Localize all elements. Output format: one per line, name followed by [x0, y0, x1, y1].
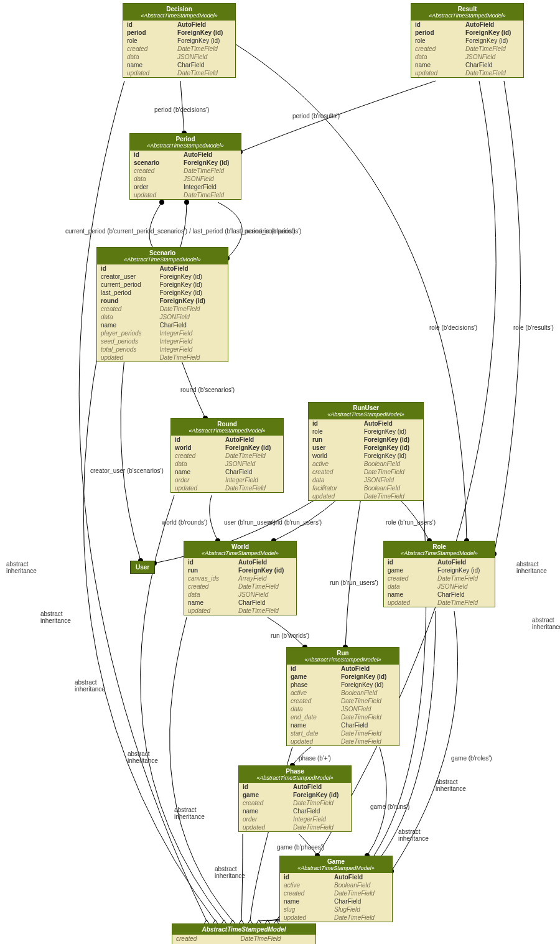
field-row: facilitatorBooleanField	[309, 484, 423, 492]
field-row: worldForeignKey (id)	[171, 444, 283, 452]
class-result: Result«AbstractTimeStampedModel»idAutoFi…	[411, 3, 524, 78]
field-name: role	[309, 428, 360, 436]
field-row: orderIntegerField	[171, 476, 283, 484]
field-row: idAutoField	[130, 151, 241, 159]
field-name: updated	[130, 191, 180, 199]
field-type: JSONField	[360, 476, 423, 484]
field-type: DateTimeField	[222, 484, 283, 492]
field-name: active	[280, 881, 330, 889]
field-row: updatedDateTimeField	[287, 737, 399, 745]
field-type: IntegerField	[156, 329, 228, 337]
field-type: JSONField	[235, 591, 296, 599]
field-name: created	[239, 799, 289, 807]
field-row: gameForeignKey (id)	[287, 673, 399, 681]
field-type: DateTimeField	[434, 574, 495, 582]
edge-label-abs: abstractinheritance	[516, 561, 547, 574]
class-stereotype: «AbstractTimeStampedModel»	[289, 657, 396, 663]
field-type: DateTimeField	[434, 599, 495, 607]
edge-label-abs: abstractinheritance	[436, 778, 466, 792]
field-row: dataJSONField	[384, 582, 495, 591]
field-name: end_date	[287, 713, 337, 721]
field-type: DateTimeField	[337, 713, 399, 721]
edge-label: role (b'run_users')	[386, 519, 436, 526]
class-title: AbstractTimeStampedModel	[172, 924, 315, 935]
svg-point-2	[159, 200, 164, 205]
field-row: nameCharField	[184, 599, 296, 607]
field-row: dataJSONField	[171, 460, 283, 468]
class-title: Phase	[241, 768, 348, 775]
field-type: JSONField	[337, 705, 399, 713]
field-type: DateTimeField	[360, 492, 423, 500]
field-row: runForeignKey (id)	[184, 566, 296, 574]
class-title: World	[187, 543, 294, 550]
field-type: ForeignKey (id)	[235, 566, 296, 574]
edge-label-abs: abstractinheritance	[6, 561, 37, 574]
field-name: data	[123, 53, 174, 61]
field-type: AutoField	[222, 436, 283, 444]
field-name: name	[97, 321, 156, 329]
field-name: period	[123, 29, 174, 37]
field-row: slugSlugField	[280, 905, 392, 914]
field-name: round	[97, 297, 156, 305]
field-row: updatedDateTimeField	[97, 353, 228, 362]
class-stereotype: «AbstractTimeStampedModel»	[187, 550, 294, 556]
class-game: Game«AbstractTimeStampedModel»idAutoFiel…	[279, 856, 393, 922]
class-title: Result	[414, 6, 521, 12]
field-row: idAutoField	[97, 264, 228, 273]
class-phase: Phase«AbstractTimeStampedModel»idAutoFie…	[238, 765, 352, 832]
field-row: player_periodsIntegerField	[97, 329, 228, 337]
field-name: created	[184, 582, 235, 591]
field-name: id	[239, 783, 289, 791]
field-name: created	[309, 468, 360, 476]
field-type: AutoField	[289, 783, 351, 791]
field-name: active	[309, 460, 360, 468]
field-type: JSONField	[434, 582, 495, 591]
field-name: created	[172, 935, 237, 943]
class-stereotype: «AbstractTimeStampedModel»	[126, 12, 233, 19]
field-row: phaseForeignKey (id)	[287, 681, 399, 689]
field-row: dataJSONField	[123, 53, 235, 61]
field-type: DateTimeField	[235, 582, 296, 591]
field-name: id	[309, 419, 360, 428]
field-row: createdDateTimeField	[239, 799, 351, 807]
field-type: IntegerField	[289, 815, 351, 823]
edge-label: period (b'decisions')	[154, 106, 209, 113]
field-type: IntegerField	[156, 337, 228, 345]
field-name: total_periods	[97, 345, 156, 353]
field-row: roleForeignKey (id)	[309, 428, 423, 436]
field-name: created	[287, 697, 337, 705]
field-row: nameCharField	[287, 721, 399, 729]
field-name: created	[130, 167, 180, 175]
field-name: id	[384, 558, 434, 566]
field-name: facilitator	[309, 484, 360, 492]
field-name: game	[287, 673, 337, 681]
class-stereotype: «AbstractTimeStampedModel»	[282, 865, 390, 871]
field-row: updatedDateTimeField	[123, 69, 235, 77]
field-row: nameCharField	[97, 321, 228, 329]
field-row: userForeignKey (id)	[309, 444, 423, 452]
field-type: AutoField	[337, 665, 399, 673]
field-name: player_periods	[97, 329, 156, 337]
field-row: nameCharField	[280, 897, 392, 905]
class-title: Game	[282, 858, 390, 865]
field-row: dataJSONField	[287, 705, 399, 713]
edge-label: game (b'roles')	[451, 755, 492, 762]
field-row: dataJSONField	[97, 313, 228, 321]
class-stereotype: «AbstractTimeStampedModel»	[311, 411, 421, 418]
field-name: creator_user	[97, 273, 156, 281]
field-row: activeBooleanField	[309, 460, 423, 468]
field-name: role	[411, 37, 462, 45]
edge-label: game (b'runs')	[370, 803, 409, 810]
field-name: data	[309, 476, 360, 484]
field-name: id	[97, 264, 156, 273]
field-row: dataJSONField	[184, 591, 296, 599]
field-name: id	[171, 436, 222, 444]
field-type: BooleanField	[330, 881, 392, 889]
class-scenario: Scenario«AbstractTimeStampedModel»idAuto…	[96, 247, 228, 362]
field-name: order	[130, 183, 180, 191]
field-type: DateTimeField	[180, 191, 241, 199]
field-row: scenarioForeignKey (id)	[130, 159, 241, 167]
field-type: CharField	[434, 591, 495, 599]
field-name: id	[123, 21, 174, 29]
edge-label-abs: abstractinheritance	[215, 866, 245, 879]
